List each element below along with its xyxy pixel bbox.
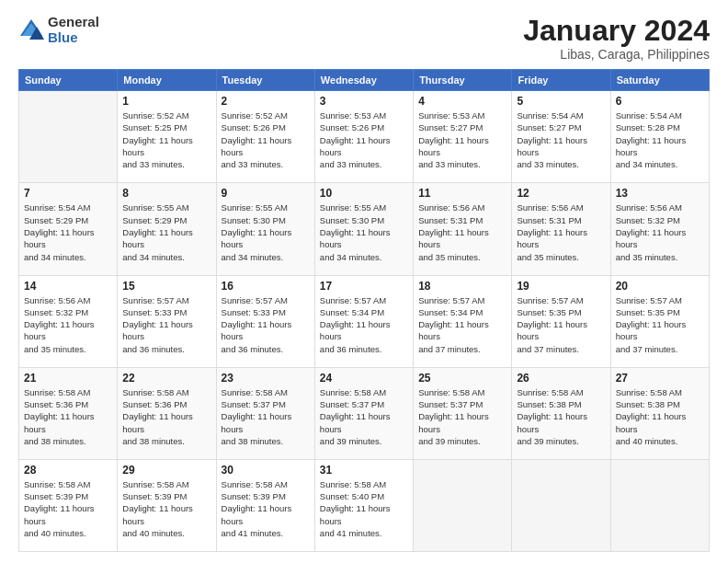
table-row: 28Sunrise: 5:58 AMSunset: 5:39 PMDayligh… (19, 459, 118, 551)
table-row: 21Sunrise: 5:58 AMSunset: 5:36 PMDayligh… (19, 367, 118, 459)
day-info: Sunrise: 5:53 AMSunset: 5:26 PMDaylight:… (320, 109, 408, 170)
table-row: 1Sunrise: 5:52 AMSunset: 5:25 PMDaylight… (118, 91, 216, 183)
daylight-minutes: and 41 minutes. (320, 527, 408, 539)
day-info: Sunrise: 5:58 AMSunset: 5:39 PMDaylight:… (24, 478, 112, 539)
sunset-text: Sunset: 5:38 PM (517, 398, 605, 410)
daylight-minutes: and 35 minutes. (418, 251, 506, 263)
week-row-1: 7Sunrise: 5:54 AMSunset: 5:29 PMDaylight… (19, 183, 710, 275)
day-info: Sunrise: 5:57 AMSunset: 5:35 PMDaylight:… (616, 294, 704, 355)
sunrise-text: Sunrise: 5:54 AM (616, 109, 704, 121)
daylight-label: Daylight: 11 hours hours (122, 134, 210, 159)
day-number: 5 (517, 95, 605, 108)
sunrise-text: Sunrise: 5:55 AM (320, 201, 408, 213)
day-info: Sunrise: 5:53 AMSunset: 5:27 PMDaylight:… (418, 109, 506, 170)
table-row: 8Sunrise: 5:55 AMSunset: 5:29 PMDaylight… (118, 183, 216, 275)
day-number: 6 (616, 95, 704, 108)
daylight-label: Daylight: 11 hours hours (517, 226, 605, 251)
table-row (610, 459, 709, 551)
day-number: 28 (24, 464, 112, 477)
day-number: 18 (418, 280, 506, 293)
day-info: Sunrise: 5:57 AMSunset: 5:33 PMDaylight:… (122, 294, 210, 355)
daylight-minutes: and 34 minutes. (320, 251, 408, 263)
daylight-label: Daylight: 11 hours hours (222, 226, 310, 251)
daylight-minutes: and 34 minutes. (616, 158, 704, 170)
sunrise-text: Sunrise: 5:58 AM (616, 386, 704, 398)
daylight-minutes: and 40 minutes. (616, 435, 704, 447)
daylight-minutes: and 36 minutes. (222, 343, 310, 355)
day-number: 22 (122, 372, 210, 385)
daylight-minutes: and 33 minutes. (320, 158, 408, 170)
sunrise-text: Sunrise: 5:53 AM (320, 109, 408, 121)
sunrise-text: Sunrise: 5:58 AM (517, 386, 605, 398)
sunrise-text: Sunrise: 5:58 AM (418, 386, 506, 398)
sunrise-text: Sunrise: 5:58 AM (222, 386, 310, 398)
daylight-minutes: and 35 minutes. (517, 251, 605, 263)
day-number: 2 (222, 95, 310, 108)
daylight-label: Daylight: 11 hours hours (418, 410, 506, 435)
daylight-label: Daylight: 11 hours hours (418, 318, 506, 343)
day-number: 11 (418, 187, 506, 200)
day-number: 8 (122, 187, 210, 200)
sunrise-text: Sunrise: 5:52 AM (122, 109, 210, 121)
sunrise-text: Sunrise: 5:56 AM (24, 294, 112, 306)
day-info: Sunrise: 5:58 AMSunset: 5:37 PMDaylight:… (320, 386, 408, 447)
sunset-text: Sunset: 5:40 PM (320, 490, 408, 502)
day-number: 13 (616, 187, 704, 200)
day-info: Sunrise: 5:54 AMSunset: 5:27 PMDaylight:… (517, 109, 605, 170)
sunset-text: Sunset: 5:25 PM (122, 121, 210, 133)
col-tuesday: Tuesday (216, 70, 314, 91)
week-row-0: 1Sunrise: 5:52 AMSunset: 5:25 PMDaylight… (19, 91, 710, 183)
day-number: 27 (616, 372, 704, 385)
col-monday: Monday (118, 70, 216, 91)
daylight-minutes: and 35 minutes. (616, 251, 704, 263)
day-number: 23 (222, 372, 310, 385)
daylight-minutes: and 40 minutes. (24, 527, 112, 539)
table-row (512, 459, 610, 551)
table-row: 3Sunrise: 5:53 AMSunset: 5:26 PMDaylight… (314, 91, 413, 183)
daylight-minutes: and 36 minutes. (122, 343, 210, 355)
sunset-text: Sunset: 5:31 PM (517, 214, 605, 226)
sunset-text: Sunset: 5:31 PM (418, 214, 506, 226)
sunset-text: Sunset: 5:32 PM (616, 214, 704, 226)
table-row: 31Sunrise: 5:58 AMSunset: 5:40 PMDayligh… (314, 459, 413, 551)
table-row: 19Sunrise: 5:57 AMSunset: 5:35 PMDayligh… (512, 275, 610, 367)
sunset-text: Sunset: 5:33 PM (222, 306, 310, 318)
logo-blue-text: Blue (48, 30, 99, 46)
sunset-text: Sunset: 5:30 PM (222, 214, 310, 226)
table-row: 22Sunrise: 5:58 AMSunset: 5:36 PMDayligh… (118, 367, 216, 459)
table-row: 16Sunrise: 5:57 AMSunset: 5:33 PMDayligh… (216, 275, 314, 367)
sunrise-text: Sunrise: 5:58 AM (122, 478, 210, 490)
daylight-minutes: and 41 minutes. (222, 527, 310, 539)
daylight-label: Daylight: 11 hours hours (24, 502, 112, 527)
table-row: 5Sunrise: 5:54 AMSunset: 5:27 PMDaylight… (512, 91, 610, 183)
daylight-label: Daylight: 11 hours hours (24, 226, 112, 251)
day-number: 30 (222, 464, 310, 477)
sunrise-text: Sunrise: 5:57 AM (122, 294, 210, 306)
sunset-text: Sunset: 5:27 PM (517, 121, 605, 133)
day-info: Sunrise: 5:58 AMSunset: 5:38 PMDaylight:… (517, 386, 605, 447)
day-info: Sunrise: 5:57 AMSunset: 5:35 PMDaylight:… (517, 294, 605, 355)
sunrise-text: Sunrise: 5:54 AM (517, 109, 605, 121)
table-row: 27Sunrise: 5:58 AMSunset: 5:38 PMDayligh… (610, 367, 709, 459)
daylight-label: Daylight: 11 hours hours (517, 318, 605, 343)
table-row: 25Sunrise: 5:58 AMSunset: 5:37 PMDayligh… (414, 367, 512, 459)
sunset-text: Sunset: 5:26 PM (320, 121, 408, 133)
header: General Blue January 2024 Libas, Caraga,… (18, 15, 710, 62)
daylight-minutes: and 38 minutes. (122, 435, 210, 447)
sunrise-text: Sunrise: 5:56 AM (517, 201, 605, 213)
daylight-label: Daylight: 11 hours hours (122, 318, 210, 343)
daylight-minutes: and 35 minutes. (24, 343, 112, 355)
day-info: Sunrise: 5:57 AMSunset: 5:33 PMDaylight:… (222, 294, 310, 355)
day-info: Sunrise: 5:58 AMSunset: 5:37 PMDaylight:… (418, 386, 506, 447)
daylight-label: Daylight: 11 hours hours (517, 410, 605, 435)
table-row: 17Sunrise: 5:57 AMSunset: 5:34 PMDayligh… (314, 275, 413, 367)
logo: General Blue (18, 15, 99, 45)
table-row: 4Sunrise: 5:53 AMSunset: 5:27 PMDaylight… (414, 91, 512, 183)
daylight-minutes: and 37 minutes. (616, 343, 704, 355)
daylight-minutes: and 39 minutes. (418, 435, 506, 447)
day-info: Sunrise: 5:58 AMSunset: 5:39 PMDaylight:… (222, 478, 310, 539)
daylight-minutes: and 33 minutes. (122, 158, 210, 170)
sunset-text: Sunset: 5:30 PM (320, 214, 408, 226)
day-info: Sunrise: 5:56 AMSunset: 5:31 PMDaylight:… (517, 201, 605, 262)
daylight-minutes: and 37 minutes. (517, 343, 605, 355)
